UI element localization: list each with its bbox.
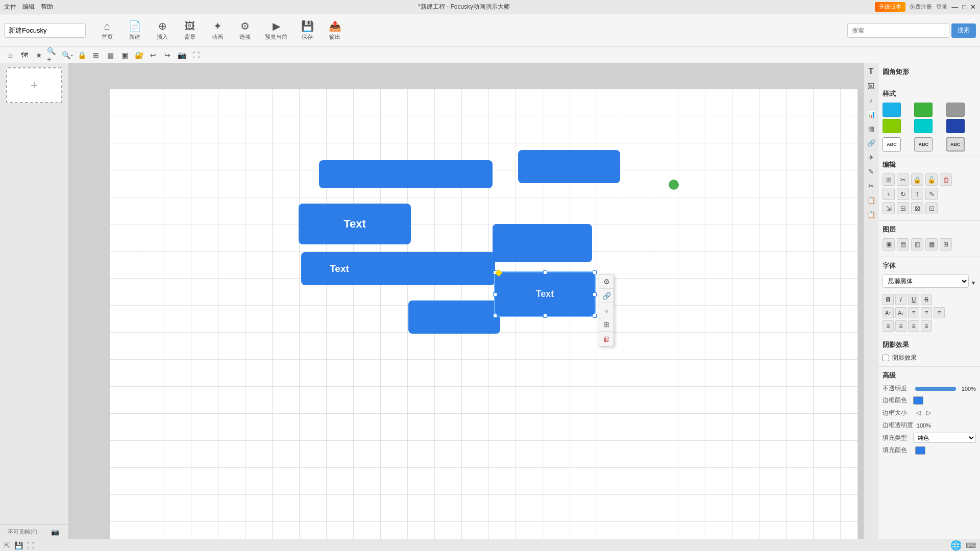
fill-color-box[interactable] bbox=[915, 446, 925, 455]
edit-resize2-btn[interactable]: ⇲ bbox=[883, 202, 895, 214]
font-align-justify-btn[interactable]: ≡ bbox=[921, 320, 932, 332]
ri-link-icon[interactable]: 🔗 bbox=[865, 137, 877, 149]
search-input[interactable] bbox=[847, 23, 949, 38]
ri-slide2-icon[interactable]: 📋 bbox=[865, 208, 877, 220]
ri-pen-icon[interactable]: ✎ bbox=[865, 165, 877, 178]
ri-path-icon[interactable]: ✈ bbox=[865, 151, 877, 163]
slide-thumb-1[interactable]: + bbox=[6, 67, 62, 103]
font-align-center-btn[interactable]: ≡ bbox=[895, 320, 906, 332]
edit-unlock-btn[interactable]: 🔓 bbox=[925, 173, 938, 186]
table-icon[interactable]: ▦ bbox=[104, 49, 116, 61]
toolbar-insert[interactable]: ⊕ 插入 bbox=[150, 18, 175, 43]
ctx-delete-btn[interactable]: 🗑 bbox=[599, 332, 614, 346]
shape-6[interactable] bbox=[421, 252, 495, 285]
redo-icon[interactable]: ↪ bbox=[161, 49, 174, 61]
toolbar-new[interactable]: 📄 新建 bbox=[122, 18, 148, 43]
ri-image-icon[interactable]: 🖼 bbox=[865, 80, 877, 92]
edit-distribute-btn[interactable]: ⊠ bbox=[911, 202, 923, 214]
color-swatch-cyan[interactable] bbox=[883, 103, 901, 117]
font-align-left-btn[interactable]: ≡ bbox=[883, 320, 894, 332]
ri-crop-icon[interactable]: ✂ bbox=[865, 180, 877, 192]
color-swatch-gray[interactable] bbox=[946, 103, 965, 117]
ctx-settings-btn[interactable]: ⚙ bbox=[599, 274, 614, 289]
color-swatch-teal[interactable] bbox=[914, 119, 933, 133]
edit-lock-btn[interactable]: 🔒 bbox=[911, 173, 923, 186]
shape-selected-9[interactable]: Text bbox=[495, 272, 595, 316]
zoom-out-icon[interactable]: 🔍- bbox=[61, 49, 74, 61]
font-strikethrough-btn[interactable]: S bbox=[921, 294, 932, 305]
grid-icon[interactable]: ⊞ bbox=[90, 49, 102, 61]
font-family-select[interactable]: 思源黑体 bbox=[883, 274, 969, 288]
color-swatch-green[interactable] bbox=[914, 103, 933, 117]
toolbar-save[interactable]: 💾 保存 bbox=[295, 18, 320, 43]
fullscreen-icon[interactable]: ⛶ bbox=[190, 49, 202, 61]
layer-to-back-btn[interactable]: ▦ bbox=[925, 238, 938, 251]
upgrade-button[interactable]: 升级版本 bbox=[875, 2, 905, 12]
handle-bm[interactable] bbox=[543, 314, 547, 318]
shadow-checkbox[interactable] bbox=[883, 355, 889, 361]
star-icon[interactable]: ★ bbox=[33, 49, 45, 61]
font-superscript-btn[interactable]: A↑ bbox=[883, 307, 894, 318]
statusbar-icon-2[interactable]: 💾 bbox=[14, 541, 23, 549]
handle-br[interactable] bbox=[593, 314, 597, 318]
close-button[interactable]: ✕ bbox=[970, 3, 976, 11]
layer-to-front-btn[interactable]: ▣ bbox=[883, 238, 895, 251]
canvas-scrollbar-vertical[interactable] bbox=[857, 89, 864, 541]
ri-text-icon[interactable]: T bbox=[865, 65, 877, 78]
zoom-in-icon[interactable]: 🔍+ bbox=[47, 49, 59, 61]
register-button[interactable]: 免费注册 bbox=[910, 3, 932, 11]
path-icon[interactable]: 🗺 bbox=[18, 49, 31, 61]
layer-backward-btn[interactable]: ▥ bbox=[911, 238, 923, 251]
shape-1[interactable] bbox=[319, 160, 493, 188]
style-swatch-1[interactable]: ABC bbox=[883, 137, 901, 152]
statusbar-lang-icon[interactable]: 🌐 bbox=[950, 540, 962, 551]
border-color-box[interactable] bbox=[913, 396, 923, 405]
ri-table2-icon[interactable]: ▦ bbox=[865, 122, 877, 135]
camera2-icon[interactable]: 📷 bbox=[50, 527, 61, 538]
undo-icon[interactable]: ↩ bbox=[147, 49, 159, 61]
lock2-icon[interactable]: 🔐 bbox=[133, 49, 145, 61]
font-numlist-btn[interactable]: ≡ bbox=[921, 307, 932, 318]
font-bold-btn[interactable]: B bbox=[883, 294, 894, 305]
fill-type-select[interactable]: 纯色 bbox=[913, 433, 976, 443]
handle-tr[interactable] bbox=[593, 270, 597, 274]
toolbar-home[interactable]: ⌂ 首页 bbox=[94, 18, 120, 43]
statusbar-icon-3[interactable]: ⛶ bbox=[27, 541, 34, 549]
font-indent-btn[interactable]: ≡ bbox=[934, 307, 945, 318]
edit-rotate-btn[interactable]: ↻ bbox=[897, 188, 909, 200]
edit-scale-btn[interactable]: ⊡ bbox=[925, 202, 938, 214]
layer-group-btn[interactable]: ⊞ bbox=[940, 238, 952, 251]
font-align-right-btn[interactable]: ≡ bbox=[908, 320, 919, 332]
toolbar-background[interactable]: 🖼 背景 bbox=[177, 18, 203, 43]
style-swatch-2[interactable]: ABC bbox=[914, 137, 933, 152]
lock-icon[interactable]: 🔒 bbox=[76, 49, 88, 61]
font-list-btn[interactable]: ≡ bbox=[908, 307, 919, 318]
ri-slide-icon[interactable]: 📋 bbox=[865, 194, 877, 206]
ctx-link-btn[interactable]: 🔗 bbox=[599, 289, 614, 303]
toolbar-preview[interactable]: ▶ 预览当前 bbox=[260, 18, 292, 43]
edit-resize-btn[interactable]: ⊞ bbox=[883, 173, 895, 186]
home-icon2[interactable]: ⌂ bbox=[4, 49, 16, 61]
border-size-decrease-btn[interactable]: ◁ bbox=[913, 408, 923, 418]
ctx-layout-btn[interactable]: ⊞ bbox=[599, 317, 614, 332]
toolbar-options[interactable]: ⚙ 选项 bbox=[232, 18, 258, 43]
shape-2[interactable] bbox=[518, 150, 620, 183]
canvas-area[interactable]: Text Text Text bbox=[69, 63, 864, 551]
login-button[interactable]: 登录 bbox=[936, 3, 947, 11]
font-italic-btn[interactable]: I bbox=[895, 294, 906, 305]
project-name-input[interactable] bbox=[4, 23, 86, 38]
handle-mr[interactable] bbox=[593, 292, 597, 296]
edit-crop-btn[interactable]: ✂ bbox=[897, 173, 909, 186]
shape-7[interactable] bbox=[493, 224, 592, 262]
border-size-increase-btn[interactable]: ▷ bbox=[923, 408, 934, 418]
font-subscript-btn[interactable]: A↓ bbox=[895, 307, 906, 318]
shape-8[interactable] bbox=[408, 300, 500, 334]
menu-help[interactable]: 帮助 bbox=[41, 3, 53, 11]
handle-ml[interactable] bbox=[493, 292, 497, 296]
edit-add-btn[interactable]: + bbox=[883, 188, 895, 200]
maximize-button[interactable]: □ bbox=[962, 3, 966, 11]
ctx-animate-btn[interactable]: ⬦ bbox=[599, 303, 614, 317]
edit-text-btn[interactable]: T bbox=[911, 188, 923, 200]
menu-file[interactable]: 文件 bbox=[4, 3, 16, 11]
statusbar-icon-1[interactable]: ⇱ bbox=[4, 541, 10, 549]
